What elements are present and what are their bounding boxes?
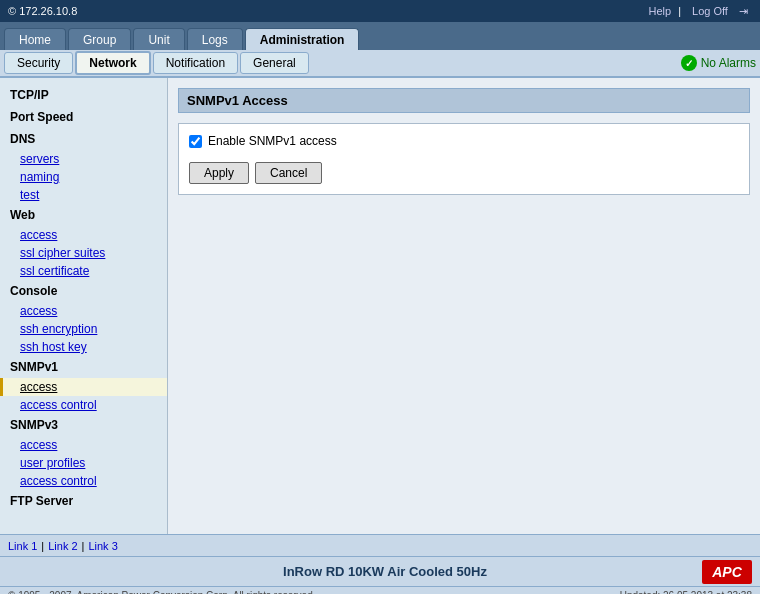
help-link[interactable]: Help [648, 5, 671, 17]
top-links: Help | Log Off ⇥ [648, 5, 752, 18]
sidebar-section-web[interactable]: Web [0, 204, 167, 226]
sidebar-item-console-access[interactable]: access [0, 302, 167, 320]
tab-unit[interactable]: Unit [133, 28, 184, 50]
sidebar-item-web-ssl-cipher[interactable]: ssl cipher suites [0, 244, 167, 262]
sidebar: TCP/IP Port Speed DNS servers naming tes… [0, 78, 168, 534]
sidebar-item-dns-naming[interactable]: naming [0, 168, 167, 186]
tab-logs[interactable]: Logs [187, 28, 243, 50]
sidebar-item-snmpv1-access[interactable]: access [0, 378, 167, 396]
footer-links: Link 1 | Link 2 | Link 3 [0, 534, 760, 556]
sidebar-section-ftp[interactable]: FTP Server [0, 490, 167, 512]
logoff-icon: ⇥ [739, 5, 748, 17]
sidebar-item-web-ssl-cert[interactable]: ssl certificate [0, 262, 167, 280]
link3[interactable]: Link 3 [88, 540, 117, 552]
tab-notification[interactable]: Notification [153, 52, 238, 74]
sidebar-item-console-ssh-host[interactable]: ssh host key [0, 338, 167, 356]
panel-title: SNMPv1 Access [178, 88, 750, 113]
sidebar-section-snmpv1[interactable]: SNMPv1 [0, 356, 167, 378]
panel-content: Enable SNMPv1 access Apply Cancel [178, 123, 750, 195]
footer-bar: InRow RD 10KW Air Cooled 50Hz APC [0, 556, 760, 586]
tab-administration[interactable]: Administration [245, 28, 360, 50]
apply-button[interactable]: Apply [189, 162, 249, 184]
sidebar-section-portspeed[interactable]: Port Speed [0, 106, 167, 128]
sidebar-item-snmpv3-access[interactable]: access [0, 436, 167, 454]
ip-address: © 172.26.10.8 [8, 5, 77, 17]
tab-home[interactable]: Home [4, 28, 66, 50]
updated-text: Updated: 26.05.2013 at 23:38 [620, 590, 752, 594]
tab-general[interactable]: General [240, 52, 309, 74]
top-bar: © 172.26.10.8 Help | Log Off ⇥ [0, 0, 760, 22]
link2[interactable]: Link 2 [48, 540, 77, 552]
button-row: Apply Cancel [189, 162, 739, 184]
sidebar-section-snmpv3[interactable]: SNMPv3 [0, 414, 167, 436]
sidebar-item-console-ssh-enc[interactable]: ssh encryption [0, 320, 167, 338]
sidebar-item-snmpv3-access-control[interactable]: access control [0, 472, 167, 490]
sidebar-section-tcpip[interactable]: TCP/IP [0, 84, 167, 106]
alarm-status: No Alarms [681, 55, 756, 71]
apc-logo: APC [702, 560, 752, 584]
sidebar-item-dns-test[interactable]: test [0, 186, 167, 204]
cancel-button[interactable]: Cancel [255, 162, 322, 184]
tab-group[interactable]: Group [68, 28, 131, 50]
sidebar-section-console[interactable]: Console [0, 280, 167, 302]
tab-security[interactable]: Security [4, 52, 73, 74]
sub-nav: Security Network Notification General No… [0, 50, 760, 78]
enable-snmpv1-checkbox[interactable] [189, 135, 202, 148]
content-area: TCP/IP Port Speed DNS servers naming tes… [0, 78, 760, 534]
main-panel: SNMPv1 Access Enable SNMPv1 access Apply… [168, 78, 760, 534]
sidebar-section-dns[interactable]: DNS [0, 128, 167, 150]
enable-snmpv1-row: Enable SNMPv1 access [189, 134, 739, 148]
copyright-bar: © 1995 - 2007, American Power Conversion… [0, 586, 760, 594]
enable-snmpv1-label: Enable SNMPv1 access [208, 134, 337, 148]
alarm-icon [681, 55, 697, 71]
sidebar-item-snmpv1-access-control[interactable]: access control [0, 396, 167, 414]
logoff-link[interactable]: Log Off ⇥ [688, 5, 752, 17]
sidebar-item-web-access[interactable]: access [0, 226, 167, 244]
product-name: InRow RD 10KW Air Cooled 50Hz [68, 564, 702, 579]
main-nav: Home Group Unit Logs Administration [0, 22, 760, 50]
link1[interactable]: Link 1 [8, 540, 37, 552]
tab-network[interactable]: Network [75, 51, 150, 75]
sidebar-item-snmpv3-user-profiles[interactable]: user profiles [0, 454, 167, 472]
sidebar-item-dns-servers[interactable]: servers [0, 150, 167, 168]
copyright-text: © 1995 - 2007, American Power Conversion… [8, 590, 316, 594]
